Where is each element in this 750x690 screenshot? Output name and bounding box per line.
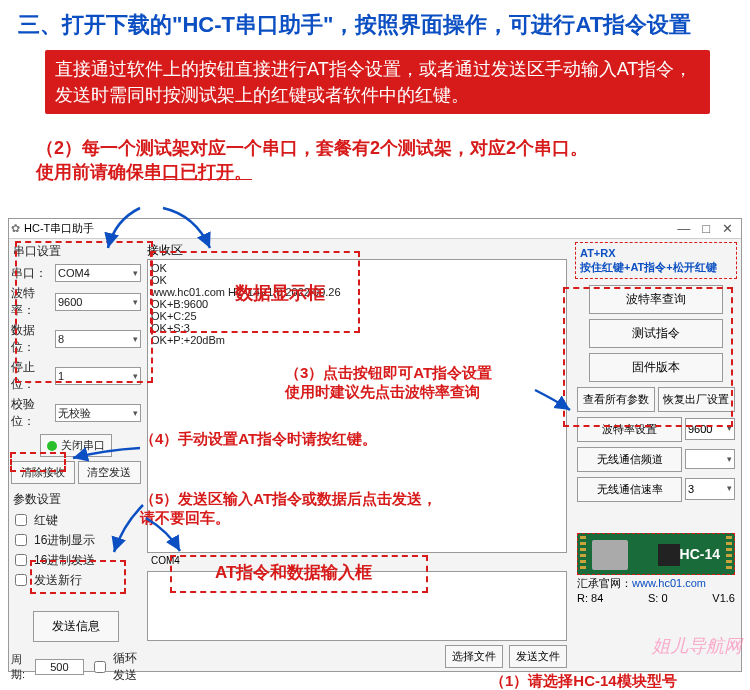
clear-rx-button[interactable]: 清除接收: [11, 461, 75, 484]
view-all-button[interactable]: 查看所有参数: [577, 387, 655, 412]
group-params: 参数设置: [11, 490, 141, 509]
note-2: （2）每一个测试架对应一个串口，套餐有2个测试架，对应2个串口。 使用前请确保串…: [0, 122, 750, 185]
recv-textarea[interactable]: OK OK www.hc01.com HC-14V1.0 2022.09.26 …: [147, 259, 567, 553]
send-textarea[interactable]: [147, 571, 567, 641]
loop-checkbox[interactable]: 循环发送: [90, 650, 141, 684]
title-bar: ✿ HC-T串口助手 — □ ✕: [9, 219, 741, 239]
baud-select[interactable]: 9600▾: [55, 293, 141, 311]
section-title: 三、打开下载的"HC-T串口助手"，按照界面操作，可进行AT指令设置: [0, 0, 750, 42]
hex-send-checkbox[interactable]: 16进制发送: [11, 551, 141, 569]
port-select[interactable]: COM4▾: [55, 264, 141, 282]
select-file-button[interactable]: 选择文件: [445, 645, 503, 668]
channel-button[interactable]: 无线通信频道: [577, 447, 682, 472]
baud-query-button[interactable]: 波特率查询: [589, 285, 723, 314]
hex-display-checkbox[interactable]: 16进制显示: [11, 531, 141, 549]
atrx-box: AT+RX 按住红键+AT指令+松开红键: [575, 242, 737, 279]
rate-button[interactable]: 无线通信速率: [577, 477, 682, 502]
baud-set-button[interactable]: 波特率设置: [577, 417, 682, 442]
clear-tx-button[interactable]: 清空发送: [78, 461, 142, 484]
group-port: 串口设置: [11, 242, 141, 261]
app-title: HC-T串口助手: [24, 221, 94, 236]
mid-panel: 接收区 OK OK www.hc01.com HC-14V1.0 2022.09…: [143, 239, 571, 671]
anno-1: （1）请选择HC-14模块型号: [490, 672, 677, 690]
left-panel: 串口设置 串口：COM4▾ 波特率：9600▾ 数据位：8▾ 停止位：1▾ 校验…: [9, 239, 143, 671]
newline-checkbox[interactable]: 发送新行: [11, 571, 141, 589]
send-button[interactable]: 发送信息: [33, 611, 119, 642]
stats-line: R: 84S: 0V1.6: [577, 592, 735, 604]
status-dot-icon: [47, 441, 57, 451]
close-icon[interactable]: ✕: [722, 221, 733, 236]
right-panel: AT+RX 按住红键+AT指令+松开红键 波特率查询 测试指令 固件版本 查看所…: [571, 239, 741, 671]
baud-set-select[interactable]: 9600▾: [685, 418, 735, 440]
site-line: 汇承官网：www.hc01.com: [577, 576, 735, 591]
period-input[interactable]: 500: [35, 659, 83, 675]
rate-select[interactable]: 3▾: [685, 478, 735, 500]
firmware-button[interactable]: 固件版本: [589, 353, 723, 382]
parity-select[interactable]: 无校验▾: [55, 404, 141, 422]
app-window: ✿ HC-T串口助手 — □ ✕ 串口设置 串口：COM4▾ 波特率：9600▾…: [8, 218, 742, 672]
redkey-checkbox[interactable]: 红键: [11, 511, 141, 529]
com-label: COM4: [149, 555, 182, 566]
send-file-button[interactable]: 发送文件: [509, 645, 567, 668]
gear-icon: ✿: [11, 222, 20, 235]
recv-label: 接收区: [147, 242, 567, 259]
close-port-button[interactable]: 关闭串口: [40, 434, 112, 457]
intro-red-box: 直接通过软件上的按钮直接进行AT指令设置，或者通过发送区手动输入AT指令，发送时…: [45, 50, 710, 114]
module-image: HC-14: [577, 533, 735, 575]
minimize-icon[interactable]: —: [677, 221, 690, 236]
factory-reset-button[interactable]: 恢复出厂设置: [658, 387, 736, 412]
test-cmd-button[interactable]: 测试指令: [589, 319, 723, 348]
channel-select[interactable]: ▾: [685, 449, 735, 469]
maximize-icon[interactable]: □: [702, 221, 710, 236]
site-link[interactable]: www.hc01.com: [632, 577, 706, 589]
stopbits-select[interactable]: 1▾: [55, 367, 141, 385]
databits-select[interactable]: 8▾: [55, 330, 141, 348]
